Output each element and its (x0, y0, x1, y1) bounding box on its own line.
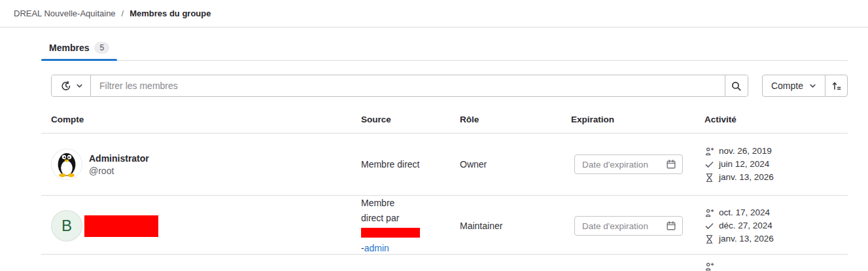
role-cell: Maintainer (460, 221, 571, 231)
expiration-date-field (574, 154, 683, 174)
redacted-user-name (84, 215, 158, 237)
tab-bar: Membres 5 (41, 38, 848, 61)
source-cell: Membre direct (361, 157, 460, 172)
activity-access-expires: janv. 13, 2026 (704, 171, 848, 184)
members-page: Membres 5 (41, 38, 848, 270)
activity-date: nov. 26, 2019 (719, 145, 772, 158)
activity-date: oct. 17, 2024 (719, 206, 770, 219)
chevron-down-icon (809, 82, 816, 90)
activity-member-added: oct. 17, 2024 (704, 206, 848, 219)
activity-date: janv. 13, 2026 (719, 171, 774, 184)
breadcrumb: DREAL Nouvelle-Aquitaine / Membres du gr… (0, 0, 868, 27)
source-text: Membre direct (361, 159, 419, 170)
activity-access-granted: juin 12, 2024 (704, 158, 848, 171)
member-added-icon (704, 208, 714, 218)
account-cell: B (41, 210, 361, 242)
activity-cell: oct. 17, 2024 déc. 27, 2024 (704, 206, 848, 245)
sort-by-label: Compte (771, 81, 803, 91)
members-table-header: Compte Source Rôle Expiration Activité (41, 97, 848, 134)
role-value: Maintainer (460, 221, 502, 231)
table-row: B Membre direct par - admin Maintainer (41, 196, 848, 255)
filter-members-input[interactable] (91, 75, 725, 96)
inviter-link[interactable]: admin (364, 243, 389, 253)
check-icon (704, 221, 714, 231)
column-header-role: Rôle (460, 115, 571, 124)
activity-cell (704, 255, 848, 271)
sort-by-dropdown[interactable]: Compte (763, 75, 825, 96)
expiration-date-input[interactable] (582, 221, 666, 231)
breadcrumb-separator: / (122, 9, 124, 18)
activity-date: juin 12, 2024 (719, 158, 769, 171)
filter-box (51, 75, 748, 97)
avatar-initial: B (61, 217, 72, 235)
role-value: Owner (460, 159, 487, 170)
breadcrumb-current-page: Membres du groupe (130, 9, 211, 18)
expiration-cell (571, 154, 704, 174)
source-cell: Membre direct par - admin (361, 196, 430, 256)
search-button[interactable] (725, 75, 748, 96)
filter-history-dropdown[interactable] (52, 75, 91, 96)
activity-date: déc. 27, 2024 (719, 219, 773, 232)
user-info: Administrator @root (89, 153, 149, 176)
hourglass-icon (704, 234, 714, 244)
check-icon (704, 160, 714, 170)
chevron-down-icon (76, 82, 83, 90)
column-header-account: Compte (41, 115, 361, 124)
member-added-icon (704, 262, 714, 271)
expiration-date-input[interactable] (582, 160, 666, 170)
avatar[interactable]: B (51, 210, 82, 242)
column-header-source: Source (361, 115, 460, 124)
history-icon (60, 81, 71, 92)
members-count-badge: 5 (94, 42, 109, 54)
table-row: Administrator @root Membre direct Owner (41, 134, 848, 196)
activity-access-granted: déc. 27, 2024 (704, 219, 848, 232)
user-name[interactable]: Administrator (89, 153, 149, 164)
redacted-inviter-name (361, 228, 420, 238)
avatar[interactable] (51, 149, 82, 180)
calendar-icon[interactable] (666, 221, 676, 231)
search-icon (731, 81, 742, 92)
activity-member-added: nov. 26, 2019 (704, 145, 848, 158)
activity-member-added (704, 262, 848, 271)
expiration-cell (571, 216, 704, 236)
members-toolbar: Compte (51, 75, 848, 97)
table-row-partial (41, 255, 848, 270)
sort-control: Compte (762, 75, 848, 97)
expiration-date-field (574, 216, 683, 236)
account-cell: Administrator @root (41, 149, 361, 180)
breadcrumb-group-link[interactable]: DREAL Nouvelle-Aquitaine (14, 9, 116, 18)
hourglass-icon (704, 173, 714, 183)
member-added-icon (704, 147, 714, 156)
activity-date: janv. 13, 2026 (719, 232, 774, 245)
calendar-icon[interactable] (666, 159, 676, 170)
source-text: Membre direct par (361, 198, 399, 223)
activity-access-expires: janv. 13, 2026 (704, 232, 848, 245)
user-username: @root (89, 166, 149, 176)
sort-ascending-icon (831, 81, 842, 91)
tab-members-label: Membres (49, 43, 89, 53)
column-header-expiration: Expiration (571, 115, 704, 124)
role-cell: Owner (460, 159, 571, 170)
tab-members[interactable]: Membres 5 (41, 38, 117, 60)
activity-cell: nov. 26, 2019 juin 12, 2024 (704, 145, 848, 184)
tux-penguin-avatar-image (53, 149, 80, 180)
column-header-activity: Activité (704, 115, 848, 124)
sort-direction-button[interactable] (825, 75, 847, 96)
